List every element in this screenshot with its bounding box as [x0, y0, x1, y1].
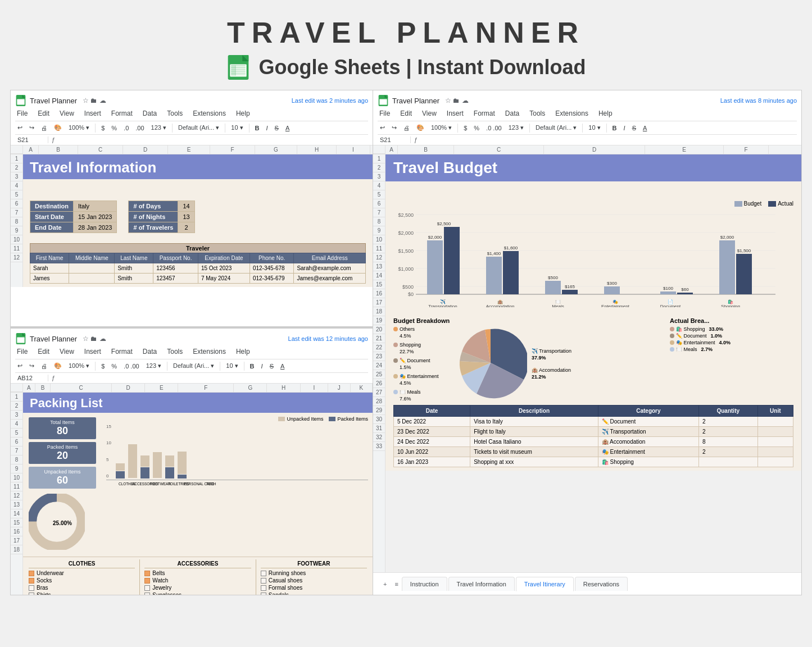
- b-fmt[interactable]: 123 ▾: [506, 123, 526, 133]
- b-font[interactable]: Default (Ari... ▾: [533, 123, 579, 133]
- p-menu-tools[interactable]: Tools: [165, 347, 184, 357]
- b-paint[interactable]: 🎨: [414, 123, 427, 133]
- p-toolbar-pct[interactable]: %: [109, 362, 119, 371]
- toolbar-bold[interactable]: B: [253, 124, 262, 133]
- check-belts[interactable]: [144, 571, 150, 576]
- p-toolbar-dec[interactable]: .0 .00: [121, 362, 142, 371]
- toolbar-fmt-num[interactable]: 123 ▾: [149, 123, 169, 133]
- budget-menu-bar[interactable]: File Edit View Insert Format Data Tools …: [378, 107, 797, 121]
- menu-file[interactable]: File: [15, 108, 29, 119]
- menu-tools[interactable]: Tools: [165, 108, 184, 119]
- b-menu-data[interactable]: Data: [503, 108, 521, 119]
- check-casual[interactable]: [261, 578, 266, 584]
- toolbar-font[interactable]: Default (Ari... ▾: [176, 123, 221, 133]
- b-row-1: 1: [373, 154, 385, 163]
- p-menu-insert[interactable]: Insert: [83, 347, 103, 357]
- b-strike[interactable]: S: [630, 124, 638, 133]
- p-toolbar-paint[interactable]: 🎨: [52, 361, 64, 371]
- b-menu-extensions[interactable]: Extensions: [554, 108, 590, 119]
- b-zoom[interactable]: 100% ▾: [429, 123, 454, 133]
- toolbar-strike[interactable]: S: [273, 124, 281, 133]
- toolbar-undo[interactable]: ↩: [15, 123, 25, 133]
- legend-packed-box: [329, 417, 335, 421]
- p-menu-format[interactable]: Format: [110, 347, 134, 357]
- tab-lines-icon[interactable]: ≡: [391, 578, 401, 590]
- check-watch[interactable]: [144, 578, 150, 584]
- toolbar-paint[interactable]: 🎨: [52, 123, 64, 133]
- b-menu-edit[interactable]: Edit: [398, 108, 414, 119]
- toolbar-underline[interactable]: A: [283, 124, 292, 133]
- p-toolbar-print[interactable]: 🖨: [39, 362, 49, 371]
- check-sunglasses[interactable]: [144, 593, 150, 595]
- tab-reservations[interactable]: Reservations: [575, 577, 628, 591]
- tab-instruction[interactable]: Instruction: [402, 577, 447, 591]
- menu-bar-top-left[interactable]: File Edit View Insert Format Data Tools …: [15, 107, 368, 121]
- b-menu-file[interactable]: File: [378, 108, 392, 119]
- b-fontsize[interactable]: 10 ▾: [586, 123, 602, 133]
- b-menu-format[interactable]: Format: [472, 108, 497, 119]
- b-print[interactable]: 🖨: [401, 124, 412, 133]
- menu-insert[interactable]: Insert: [83, 108, 103, 119]
- b-menu-view[interactable]: View: [420, 108, 438, 119]
- p-toolbar-strike[interactable]: S: [267, 362, 276, 371]
- toolbar-fontsize[interactable]: 10 ▾: [229, 123, 245, 133]
- check-formal[interactable]: [261, 585, 266, 591]
- traveler-row-2: James Smith 123457 7 May 2024 012-345-67…: [30, 274, 366, 284]
- packing-menu-bar[interactable]: File Edit View Insert Format Data Tools …: [15, 345, 368, 359]
- menu-help[interactable]: Help: [234, 108, 252, 119]
- menu-format[interactable]: Format: [110, 108, 134, 119]
- p-menu-edit[interactable]: Edit: [36, 347, 51, 357]
- b-menu-help[interactable]: Help: [597, 108, 614, 119]
- check-socks[interactable]: [29, 578, 34, 584]
- check-underwear[interactable]: [29, 571, 34, 576]
- toolbar-dec1[interactable]: .0: [121, 124, 131, 133]
- check-shirts[interactable]: [29, 593, 34, 595]
- p-toolbar-underline[interactable]: A: [278, 362, 287, 371]
- p-toolbar-italic[interactable]: I: [259, 362, 265, 371]
- p-toolbar-undo[interactable]: ↩: [15, 361, 25, 371]
- check-bras[interactable]: [29, 585, 34, 591]
- toolbar-dec2[interactable]: .00: [133, 124, 146, 133]
- check-sandals[interactable]: [261, 593, 266, 595]
- toolbar-zoom[interactable]: 100% ▾: [66, 123, 92, 133]
- item-underwear-text: Underwear: [37, 570, 64, 576]
- p-menu-help[interactable]: Help: [234, 347, 252, 357]
- b-underline[interactable]: A: [641, 124, 649, 133]
- b-dec[interactable]: .0 .00: [484, 124, 504, 133]
- b-dollar[interactable]: $: [461, 124, 469, 133]
- p-toolbar-zoom[interactable]: 100% ▾: [66, 361, 92, 371]
- b-menu-insert[interactable]: Insert: [445, 108, 465, 119]
- b-bold[interactable]: B: [610, 124, 619, 133]
- b-undo[interactable]: ↩: [378, 123, 387, 133]
- tab-add-button[interactable]: +: [379, 578, 391, 590]
- p-toolbar-dollar[interactable]: $: [99, 362, 107, 371]
- p-toolbar-font[interactable]: Default (Ari... ▾: [171, 361, 216, 371]
- toolbar-italic[interactable]: I: [264, 124, 270, 133]
- p-toolbar-bold[interactable]: B: [248, 362, 257, 371]
- toolbar-redo[interactable]: ↪: [27, 123, 37, 133]
- toolbar-pct[interactable]: %: [109, 124, 119, 133]
- legend-unpacked-label: Unpacked Items: [287, 416, 323, 422]
- p-menu-view[interactable]: View: [58, 347, 76, 357]
- b-pct[interactable]: %: [471, 124, 482, 133]
- menu-data[interactable]: Data: [141, 108, 158, 119]
- b-redo[interactable]: ↪: [389, 123, 399, 133]
- menu-view[interactable]: View: [58, 108, 76, 119]
- tab-travel-information[interactable]: Travel Information: [448, 577, 515, 591]
- tab-travel-itinerary[interactable]: Travel Itinerary: [516, 577, 574, 591]
- b-menu-tools[interactable]: Tools: [528, 108, 547, 119]
- check-running[interactable]: [261, 571, 266, 576]
- b-italic[interactable]: I: [622, 124, 628, 133]
- t1-passport: 123456: [153, 263, 198, 274]
- p-toolbar-fmt[interactable]: 123 ▾: [144, 361, 164, 371]
- toolbar-print[interactable]: 🖨: [39, 124, 49, 133]
- p-menu-file[interactable]: File: [15, 347, 29, 357]
- menu-extensions[interactable]: Extensions: [191, 108, 228, 119]
- menu-edit[interactable]: Edit: [36, 108, 51, 119]
- p-toolbar-fontsize[interactable]: 10 ▾: [224, 361, 240, 371]
- p-toolbar-redo[interactable]: ↪: [27, 361, 37, 371]
- p-menu-data[interactable]: Data: [141, 347, 158, 357]
- check-jewelry[interactable]: [144, 585, 150, 591]
- toolbar-dollar[interactable]: $: [99, 124, 107, 133]
- p-menu-extensions[interactable]: Extensions: [191, 347, 228, 357]
